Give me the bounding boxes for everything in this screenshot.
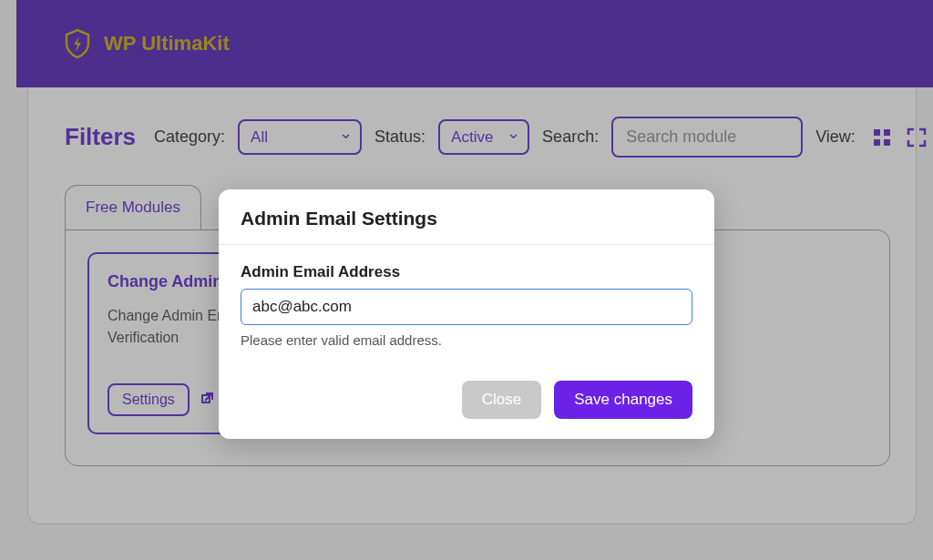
modal-body: Admin Email Address Please enter valid e… bbox=[219, 245, 714, 362]
save-changes-button[interactable]: Save changes bbox=[554, 381, 692, 419]
admin-email-input[interactable] bbox=[241, 289, 692, 325]
modal-overlay[interactable]: Admin Email Settings Admin Email Address… bbox=[0, 0, 933, 560]
admin-email-modal: Admin Email Settings Admin Email Address… bbox=[219, 189, 714, 439]
modal-footer: Close Save changes bbox=[219, 362, 714, 439]
modal-title: Admin Email Settings bbox=[241, 208, 692, 229]
email-helper-text: Please enter valid email address. bbox=[241, 332, 692, 348]
close-button[interactable]: Close bbox=[462, 381, 541, 419]
email-field-label: Admin Email Address bbox=[241, 263, 692, 281]
modal-header: Admin Email Settings bbox=[219, 189, 714, 245]
